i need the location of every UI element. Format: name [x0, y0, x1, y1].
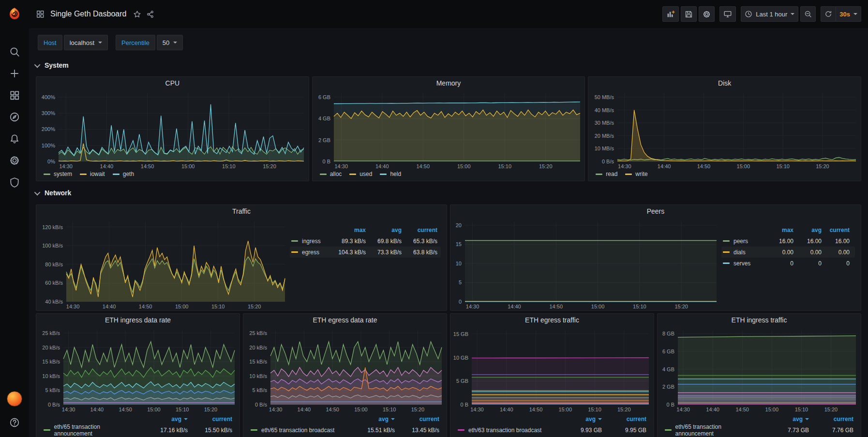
refresh-interval-label: 30s [839, 11, 850, 18]
legend-series-name[interactable]: iowait [90, 171, 105, 177]
legend-series-name[interactable]: eth/65 transaction announcement [54, 423, 137, 437]
dashboard-title[interactable]: Single Geth Dasboard [50, 10, 126, 18]
legend-series-name[interactable]: egress [302, 249, 319, 256]
svg-text:14:50: 14:50 [735, 407, 749, 412]
svg-text:0 B/s: 0 B/s [602, 159, 614, 164]
legend-sort-current[interactable]: current [822, 227, 850, 233]
help-icon[interactable] [3, 411, 26, 433]
explore-compass-icon[interactable] [3, 106, 26, 128]
alerting-bell-icon[interactable] [3, 128, 26, 149]
star-icon[interactable] [133, 10, 141, 18]
legend-item[interactable]: used [349, 171, 372, 177]
dashboards-icon[interactable] [3, 84, 26, 106]
svg-text:14:50: 14:50 [141, 163, 154, 169]
legend-value: 17.16 kB/s [137, 427, 188, 434]
search-icon[interactable] [3, 41, 26, 62]
legend-series-name[interactable]: peers [733, 238, 748, 245]
legend-sort-current[interactable]: current [395, 416, 439, 422]
variable-host-select[interactable]: localhost [64, 35, 108, 50]
legend-item[interactable]: write [625, 171, 647, 177]
cycle-view-mode-button[interactable] [719, 6, 736, 22]
svg-text:10: 10 [456, 261, 462, 266]
refresh-interval-picker[interactable]: 30s [836, 6, 861, 22]
create-plus-icon[interactable] [3, 62, 26, 84]
legend-series-name[interactable]: ingress [302, 238, 321, 245]
refresh-button[interactable] [821, 6, 836, 22]
chevron-down-icon [391, 418, 395, 420]
svg-text:14:40: 14:40 [100, 163, 114, 169]
legend-series-name[interactable]: serves [733, 260, 750, 267]
configuration-gear-icon[interactable] [3, 149, 26, 171]
save-dashboard-button[interactable] [681, 6, 697, 22]
legend-value: 9.95 GB [602, 427, 646, 434]
panel-title-eth-egress-data-rate[interactable]: ETH egress data rate [243, 314, 447, 326]
legend-series-name[interactable]: alloc [330, 171, 342, 177]
panel-title-memory[interactable]: Memory [313, 77, 585, 89]
zoom-out-button[interactable] [800, 6, 816, 22]
legend-sort-avg[interactable]: avg [793, 227, 822, 233]
legend-item[interactable]: held [380, 171, 401, 177]
time-range-picker[interactable]: Last 1 hour [741, 6, 798, 22]
svg-text:15:10: 15:10 [588, 407, 601, 412]
add-panel-button[interactable] [662, 6, 679, 22]
series-color-dash [625, 174, 632, 175]
svg-text:25 kB/s: 25 kB/s [42, 330, 60, 336]
legend-sort-max[interactable]: max [330, 227, 366, 233]
legend-sort-avg[interactable]: avg [366, 227, 402, 233]
dashboard-settings-button[interactable] [699, 6, 715, 22]
grafana-logo[interactable] [0, 0, 29, 28]
svg-text:0: 0 [459, 299, 462, 305]
svg-text:15: 15 [456, 241, 462, 247]
series-color-dash [458, 429, 464, 431]
legend-series-name[interactable]: read [606, 171, 617, 177]
server-admin-shield-icon[interactable] [3, 171, 26, 193]
row-title-network: Network [45, 189, 71, 197]
submenu-bar: Host localhost Percentile 50 [29, 28, 868, 54]
legend-item[interactable]: alloc [320, 171, 342, 177]
legend-item[interactable]: read [596, 171, 617, 177]
legend-sort-avg[interactable]: avg [344, 416, 395, 422]
panel-title-eth-egress-traffic[interactable]: ETH egress traffic [450, 314, 654, 326]
row-header-system[interactable]: System [36, 54, 861, 76]
legend-series-name[interactable]: geth [123, 171, 134, 177]
legend-sort-avg[interactable]: avg [759, 416, 809, 422]
svg-text:15:10: 15:10 [795, 407, 808, 412]
svg-text:15:20: 15:20 [824, 407, 838, 412]
legend-series-name[interactable]: write [635, 171, 647, 177]
legend-series-name[interactable]: eth/63 transaction broadcast [468, 427, 541, 434]
legend-sort-avg[interactable]: avg [137, 416, 188, 422]
legend-series-name[interactable]: eth/65 transaction broadcast [261, 427, 334, 434]
svg-text:14:50: 14:50 [326, 407, 339, 412]
variable-percentile-select[interactable]: 50 [157, 35, 183, 50]
panel-title-disk[interactable]: Disk [588, 77, 861, 89]
legend-item[interactable]: iowait [80, 171, 105, 177]
legend-series-name[interactable]: dials [733, 249, 746, 256]
legend-sort-current[interactable]: current [402, 227, 437, 233]
legend-series-name[interactable]: system [54, 171, 72, 177]
legend-series-name[interactable]: eth/65 transaction announcement [675, 423, 759, 437]
panel-title-eth-ingress-data-rate[interactable]: ETH ingress data rate [36, 314, 239, 326]
legend-item[interactable]: system [44, 171, 72, 177]
legend-sort-current[interactable]: current [602, 416, 646, 422]
legend-sort-avg[interactable]: avg [552, 416, 602, 422]
svg-text:5: 5 [459, 279, 462, 285]
legend-item[interactable]: geth [113, 171, 134, 177]
svg-text:14:40: 14:40 [298, 407, 311, 412]
legend-sort-max[interactable]: max [765, 227, 793, 233]
user-avatar[interactable] [7, 391, 22, 407]
share-icon[interactable] [146, 10, 154, 18]
legend-series-name[interactable]: used [359, 171, 372, 177]
row-header-network[interactable]: Network [36, 181, 861, 204]
grafana-flame-icon [7, 7, 22, 21]
panel-title-traffic[interactable]: Traffic [36, 205, 447, 218]
legend-sort-current[interactable]: current [809, 416, 853, 422]
legend-sort-current[interactable]: current [188, 416, 232, 422]
panel-title-peers[interactable]: Peers [450, 205, 861, 218]
panel-title-cpu[interactable]: CPU [36, 77, 309, 89]
svg-text:2 GB: 2 GB [662, 384, 674, 390]
series-color-dash [44, 429, 50, 431]
panel-title-eth-ingress-traffic[interactable]: ETH ingress traffic [658, 314, 861, 326]
legend-series-name[interactable]: held [390, 171, 401, 177]
svg-text:14:40: 14:40 [658, 163, 671, 169]
svg-text:0%: 0% [47, 159, 55, 164]
